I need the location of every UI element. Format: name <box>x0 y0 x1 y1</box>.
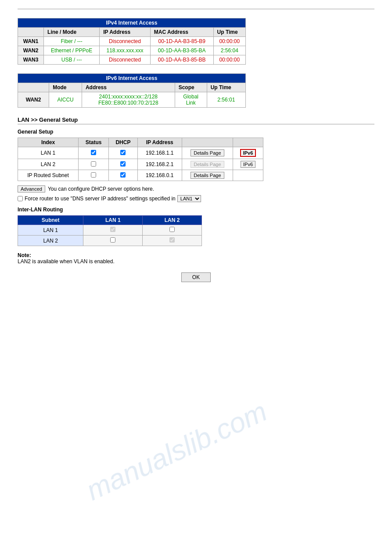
ipv4-col-uptime: Up Time <box>213 28 245 37</box>
lan1-ipv6-cell: IPv6 <box>233 147 263 159</box>
lan2-status-checkbox[interactable] <box>91 161 96 167</box>
lan2-dhcp-checkbox[interactable] <box>120 161 126 167</box>
advanced-button[interactable]: Advanced <box>18 185 45 192</box>
ipv4-row-wan1: WAN1 Fiber / --- Disconnected 00-1D-AA-B… <box>18 37 246 46</box>
ipv6-wan2-mode: AICCU <box>49 92 82 108</box>
note-text: LAN2 is available when VLAN is enabled. <box>18 258 115 265</box>
lan1-details-btn[interactable]: Details Page <box>191 149 224 156</box>
lan2-dhcp-cell <box>109 159 138 170</box>
wan1-label: WAN1 <box>18 37 44 46</box>
wan2-label: WAN2 <box>18 46 44 55</box>
wan1-uptime: 00:00:00 <box>213 37 245 46</box>
lan-row-routed: IP Routed Subnet 192.168.0.1 Details Pag… <box>18 170 263 181</box>
lan2-details-btn[interactable]: Details Page <box>191 161 224 168</box>
force-dns-select[interactable]: LAN1 LAN2 <box>177 195 201 202</box>
lan-routed-dhcp-checkbox[interactable] <box>120 172 126 178</box>
advanced-note: You can configure DHCP server options he… <box>48 186 154 192</box>
ok-row: OK <box>18 272 374 282</box>
ipv4-row-wan2: WAN2 Ethernet / PPPoE 118.xxx.xxx.xxx 00… <box>18 46 246 55</box>
lan-routed-status-cell <box>79 170 109 181</box>
force-dns-checkbox[interactable] <box>18 196 23 201</box>
ipv4-col-linemode: Line / Mode <box>44 28 100 37</box>
ipv6-col-address: Address <box>82 83 175 92</box>
lan1-details-cell: Details Page <box>182 147 233 159</box>
advanced-row: Advanced You can configure DHCP server o… <box>18 185 374 192</box>
ipv4-col-empty <box>18 28 44 37</box>
wan2-uptime: 2:56:04 <box>213 46 245 55</box>
ipv4-col-ip: IP Address <box>100 28 151 37</box>
wan2-ip: 118.xxx.xxx.xxx <box>100 46 151 55</box>
lan1-status-checkbox[interactable] <box>91 150 96 155</box>
lan-routed-index: IP Routed Subnet <box>18 170 79 181</box>
wan3-label: WAN3 <box>18 55 44 65</box>
routing-lan1-subnet: LAN 1 <box>18 225 83 236</box>
lan-subsection-title: General Setup <box>18 129 374 135</box>
routing-row-lan1: LAN 1 <box>18 225 202 236</box>
wan1-mac: 00-1D-AA-B3-85-B9 <box>150 37 213 46</box>
ipv6-wan2-address: 2401:xxxx:xxxx:xx::2/128 FE80::E800:100:… <box>82 92 175 108</box>
force-dns-label: Force router to use "DNS server IP addre… <box>25 196 176 202</box>
lan1-ip: 192.168.1.1 <box>137 147 182 159</box>
ipv6-scope-link: Link <box>186 100 196 106</box>
lan2-status-cell <box>79 159 109 170</box>
wan2-mac: 00-1D-AA-B3-85-BA <box>150 46 213 55</box>
force-dns-row: Force router to use "DNS server IP addre… <box>18 195 374 202</box>
lan-routed-ip: 192.168.0.1 <box>137 170 182 181</box>
lan-routed-details-btn[interactable]: Details Page <box>191 172 224 179</box>
lan1-dhcp-checkbox[interactable] <box>120 150 126 155</box>
lan2-ipv6-btn[interactable]: IPv6 <box>241 161 255 168</box>
ipv6-header: IPv6 Internet Access <box>18 74 246 83</box>
ipv6-wan2-uptime: 2:56:01 <box>207 92 245 108</box>
top-border <box>18 9 374 9</box>
lan-col-ip: IP Address <box>137 138 182 147</box>
ipv6-table: IPv6 Internet Access Mode Address Scope … <box>18 73 246 108</box>
ipv6-scope-global: Global <box>183 94 198 100</box>
lan-routed-dhcp-cell <box>109 170 138 181</box>
lan-col-index: Index <box>18 138 79 147</box>
ipv6-row-wan2: WAN2 AICCU 2401:xxxx:xxxx:xx::2/128 FE80… <box>18 92 246 108</box>
ok-button[interactable]: OK <box>181 272 211 282</box>
ipv4-row-wan3: WAN3 USB / --- Disconnected 00-1D-AA-B3-… <box>18 55 246 65</box>
ipv4-table: IPv4 Internet Access Line / Mode IP Addr… <box>18 18 246 65</box>
lan-row-1: LAN 1 192.168.1.1 Details Page IPv6 <box>18 147 263 159</box>
wan1-linemode: Fiber / --- <box>44 37 100 46</box>
lan1-ipv6-btn[interactable]: IPv6 <box>240 149 256 157</box>
lan-routed-status-checkbox[interactable] <box>91 172 96 178</box>
routing-lan1-lan2-checkbox[interactable] <box>169 227 175 232</box>
lan2-details-cell: Details Page <box>182 159 233 170</box>
ipv6-col-uptime: Up Time <box>207 83 245 92</box>
lan-row-2: LAN 2 192.168.2.1 Details Page IPv6 <box>18 159 263 170</box>
ipv6-col-empty <box>18 83 49 92</box>
lan2-ipv6-cell: IPv6 <box>233 159 263 170</box>
lan-col-details <box>182 138 233 147</box>
ipv4-header: IPv4 Internet Access <box>18 18 246 28</box>
wan3-mac: 00-1D-AA-B3-85-BB <box>150 55 213 65</box>
routing-lan1-lan1-checkbox[interactable] <box>110 227 115 232</box>
ipv4-col-mac: MAC Address <box>150 28 213 37</box>
routing-lan2-lan1-checkbox[interactable] <box>110 237 115 243</box>
ipv6-addr1: 2401:xxxx:xxxx:xx::2/128 <box>99 94 158 100</box>
ipv6-col-mode: Mode <box>49 83 82 92</box>
routing-lan1-lan2-cell <box>143 225 202 236</box>
wan2-linemode: Ethernet / PPPoE <box>44 46 100 55</box>
wan3-uptime: 00:00:00 <box>213 55 245 65</box>
ipv6-wan2-label: WAN2 <box>18 92 49 108</box>
lan-section-title: LAN >> General Setup <box>18 116 374 124</box>
lan1-dhcp-cell <box>109 147 138 159</box>
routing-col-subnet: Subnet <box>18 216 83 225</box>
ipv6-col-scope: Scope <box>175 83 207 92</box>
routing-row-lan2: LAN 2 <box>18 236 202 246</box>
routing-lan2-lan2-checkbox[interactable] <box>169 237 175 243</box>
lan1-index: LAN 1 <box>18 147 79 159</box>
routing-col-lan2: LAN 2 <box>143 216 202 225</box>
lan-col-ipv6 <box>233 138 263 147</box>
inter-lan-title: Inter-LAN Routing <box>18 207 374 213</box>
routing-lan1-lan1-cell <box>83 225 143 236</box>
wan1-ip: Disconnected <box>100 37 151 46</box>
lan-table: Index Status DHCP IP Address LAN 1 192.1… <box>18 138 263 181</box>
lan-col-dhcp: DHCP <box>109 138 138 147</box>
lan-col-status: Status <box>79 138 109 147</box>
ipv6-wan2-scope: Global Link <box>175 92 207 108</box>
ipv6-addr2: FE80::E800:100:70:2/128 <box>98 100 158 106</box>
routing-lan2-lan2-cell <box>143 236 202 246</box>
